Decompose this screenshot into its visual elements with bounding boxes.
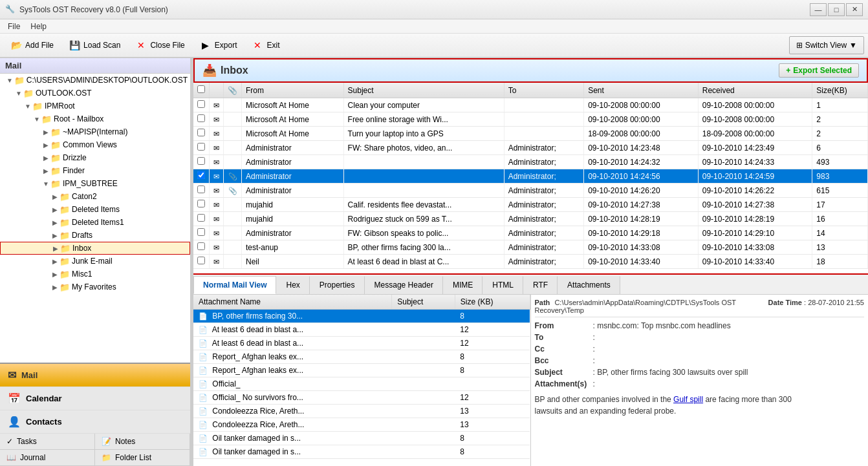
email-checkbox[interactable] (197, 228, 205, 236)
expand-icon-root[interactable]: ▼ (5, 76, 14, 85)
email-checkbox-cell[interactable] (193, 98, 210, 112)
tree-ipmsubtree-content[interactable]: ▼ 📁 IPM_SUBTREE (0, 177, 190, 190)
email-row[interactable]: ✉ Microsoft At Home Turn your laptop int… (193, 127, 868, 141)
attach-row[interactable]: 📄 At least 6 dead in blast a... 12 (193, 337, 530, 350)
email-checkbox[interactable] (197, 129, 205, 136)
nav-item-notes[interactable]: 📝 Notes (95, 434, 190, 450)
email-checkbox-cell[interactable] (193, 155, 210, 169)
email-checkbox-cell[interactable] (193, 184, 210, 198)
minimize-button[interactable]: — (810, 3, 827, 16)
col-from[interactable]: From (242, 83, 344, 98)
tree-myfav-content[interactable]: ▶ 📁 My Favorites (0, 281, 190, 293)
tree-outlook-content[interactable]: ▼ 📁 OUTLOOK.OST (0, 87, 190, 100)
expand-icon-inbox[interactable]: ▶ (51, 244, 60, 253)
expand-icon-myfav[interactable]: ▶ (50, 282, 60, 291)
expand-icon-ipmsubtree[interactable]: ▼ (41, 179, 50, 188)
email-checkbox-cell[interactable] (193, 112, 210, 127)
email-checkbox-cell[interactable] (193, 169, 210, 184)
tree-drafts-content[interactable]: ▶ 📁 Drafts (0, 229, 190, 242)
nav-item-tasks[interactable]: ✓ Tasks (0, 434, 95, 450)
close-file-button[interactable]: ✕ Close File (129, 36, 190, 54)
export-selected-button[interactable]: + Export Selected (779, 63, 859, 78)
attach-row[interactable]: 📄 Report_ Afghan leaks ex... 8 (193, 350, 530, 364)
tree-root-content[interactable]: ▼ 📁 C:\USERS\ADMIN\DESKTOP\OUTLOOK.OST (0, 74, 190, 87)
tree-junk-content[interactable]: ▶ 📁 Junk E-mail (0, 255, 190, 268)
expand-icon-commonviews[interactable]: ▶ (41, 140, 50, 149)
nav-item-calendar[interactable]: 📅 Calendar (0, 387, 190, 410)
email-checkbox[interactable] (197, 214, 205, 222)
email-row[interactable]: ✉ Microsoft At Home Clean your computer … (193, 98, 868, 112)
tab-hex[interactable]: Hex (276, 276, 309, 294)
col-sent[interactable]: Sent (584, 83, 699, 98)
expand-icon-misc1[interactable]: ▶ (50, 270, 60, 279)
email-checkbox-cell[interactable] (193, 198, 210, 212)
expand-icon-deleted[interactable]: ▶ (50, 205, 60, 214)
tab-html[interactable]: HTML (483, 276, 523, 294)
attach-row[interactable]: 📄 Oil tanker damaged in s... 8 (193, 432, 530, 445)
email-row[interactable]: ✉ Administrator FW: Share photos, video,… (193, 141, 868, 155)
col-checkbox[interactable] (193, 83, 210, 98)
attachment-list[interactable]: Attachment Name Subject Size (KB) 📄 BP, … (193, 295, 531, 466)
email-row[interactable]: ✉ test-anup BP, other firms facing 300 l… (193, 240, 868, 255)
email-checkbox-cell[interactable] (193, 212, 210, 226)
nav-item-mail[interactable]: ✉ Mail (0, 364, 190, 387)
tree-mapips-content[interactable]: ▶ 📁 ~MAPISP(Internal) (0, 125, 190, 138)
tree-caton2-content[interactable]: ▶ 📁 Caton2 (0, 190, 190, 203)
attach-col-subject[interactable]: Subject (392, 295, 455, 310)
attach-row[interactable]: 📄 Condoleezza Rice, Areth... 13 (193, 418, 530, 432)
tab-attachments[interactable]: Attachments (558, 276, 620, 294)
expand-icon-ipmroot[interactable]: ▼ (23, 101, 32, 111)
tree-rootmailbox-content[interactable]: ▼ 📁 Root - Mailbox (0, 112, 190, 125)
tree-commonviews-content[interactable]: ▶ 📁 Common Views (0, 138, 190, 151)
close-button[interactable]: ✕ (846, 3, 863, 16)
menu-file[interactable]: File (3, 21, 25, 32)
col-to[interactable]: To (504, 83, 583, 98)
email-row[interactable]: ✉ Neil At least 6 dead in blast at C... … (193, 255, 868, 269)
menu-help[interactable]: Help (25, 21, 52, 32)
email-checkbox[interactable] (197, 200, 205, 207)
attach-col-name[interactable]: Attachment Name (193, 295, 392, 310)
tree-finder-content[interactable]: ▶ 📁 Finder (0, 164, 190, 177)
attach-row[interactable]: 📄 Report_ Afghan leaks ex... 8 (193, 364, 530, 377)
attach-row[interactable]: 📄 BP, other firms facing 30... 8 (193, 310, 530, 323)
tree-deleted-content[interactable]: ▶ 📁 Deleted Items (0, 203, 190, 216)
email-checkbox[interactable] (197, 242, 205, 250)
tab-rtf[interactable]: RTF (523, 276, 558, 294)
expand-icon-rootmailbox[interactable]: ▼ (32, 114, 41, 123)
attach-row[interactable]: 📄 Official_ (193, 377, 530, 391)
nav-item-journal[interactable]: 📖 Journal (0, 450, 95, 466)
expand-icon-drizzle[interactable]: ▶ (41, 153, 50, 162)
email-table-container[interactable]: 📎 From Subject To Sent Received Size(KB)… (193, 83, 868, 273)
col-received[interactable]: Received (698, 83, 812, 98)
tab-normal-mail-view[interactable]: Normal Mail View (193, 276, 276, 294)
expand-icon-drafts[interactable]: ▶ (50, 231, 60, 240)
attach-row[interactable]: 📄 Official_ No survivors fro... 12 (193, 391, 530, 405)
email-row[interactable]: ✉ 📎 Administrator Administrator; 09-10-2… (193, 184, 868, 198)
expand-icon-junk[interactable]: ▶ (50, 257, 60, 266)
email-checkbox-cell[interactable] (193, 240, 210, 255)
email-checkbox[interactable] (197, 100, 205, 108)
col-size[interactable]: Size(KB) (812, 83, 868, 98)
email-checkbox-cell[interactable] (193, 226, 210, 240)
nav-item-contacts[interactable]: 👤 Contacts (0, 410, 190, 434)
email-row[interactable]: ✉ 📎 Administrator Administrator; 09-10-2… (193, 169, 868, 184)
expand-icon-mapips[interactable]: ▶ (41, 127, 50, 136)
email-row[interactable]: ✉ Administrator Administrator; 09-10-201… (193, 155, 868, 169)
tree-deleted1-content[interactable]: ▶ 📁 Deleted Items1 (0, 216, 190, 229)
select-all-checkbox[interactable] (197, 85, 205, 93)
email-row[interactable]: ✉ mujahid Rodriguez stuck on 599 as T...… (193, 212, 868, 226)
tree-misc1-content[interactable]: ▶ 📁 Misc1 (0, 268, 190, 281)
maximize-button[interactable]: □ (828, 3, 845, 16)
email-checkbox[interactable] (197, 171, 205, 179)
email-checkbox[interactable] (197, 257, 205, 264)
attach-row[interactable]: 📄 At least 6 dead in blast a... 12 (193, 323, 530, 337)
expand-icon-caton2[interactable]: ▶ (50, 192, 60, 201)
exit-button[interactable]: ✕ Exit (245, 36, 285, 54)
email-checkbox[interactable] (197, 185, 205, 193)
email-row[interactable]: ✉ Administrator FW: Gibson speaks to pol… (193, 226, 868, 240)
email-row[interactable]: ✉ Microsoft At Home Free online storage … (193, 112, 868, 127)
tree-view[interactable]: ▼ 📁 C:\USERS\ADMIN\DESKTOP\OUTLOOK.OST ▼… (0, 74, 190, 363)
email-checkbox[interactable] (197, 114, 205, 122)
attach-col-size[interactable]: Size (KB) (455, 295, 530, 310)
nav-item-folderlist[interactable]: 📁 Folder List (95, 450, 190, 466)
